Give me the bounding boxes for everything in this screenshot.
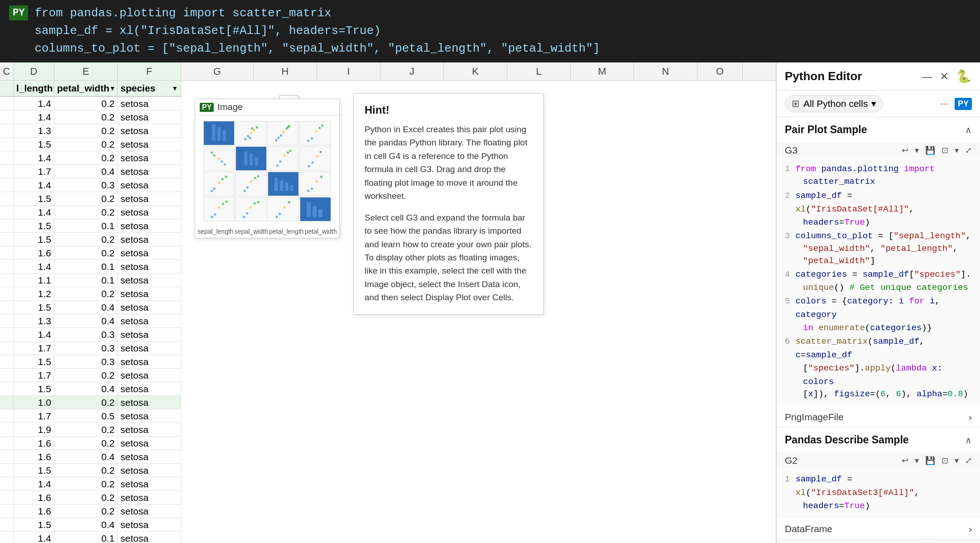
pair-plot-chevron[interactable]: ∧ bbox=[965, 125, 972, 135]
species-cell: setosa bbox=[118, 532, 181, 543]
dataframe-chevron-icon[interactable]: › bbox=[969, 524, 972, 534]
table-row: 1.50.3setosa bbox=[0, 355, 181, 369]
svg-rect-36 bbox=[255, 157, 258, 165]
petal-length-cell: 1.4 bbox=[14, 328, 54, 341]
species-cell: setosa bbox=[118, 491, 181, 504]
row-index bbox=[0, 532, 14, 543]
chevron-down-icon-3[interactable]: ▾ bbox=[915, 456, 919, 466]
table-row: 1.10.1setosa bbox=[0, 274, 181, 287]
scatter-cell-11 bbox=[235, 146, 267, 171]
pandas-describe-cell-ref-icons: ↩ ▾ 💾 ⊡ ▾ ⤢ bbox=[902, 456, 972, 466]
ellipsis-icon[interactable]: ··· bbox=[940, 98, 948, 110]
undo-icon-2[interactable]: ↩ bbox=[902, 456, 908, 466]
table-row: 1.70.5setosa bbox=[0, 409, 181, 423]
petal-length-cell: 1.7 bbox=[14, 369, 54, 382]
species-cell: setosa bbox=[118, 369, 181, 382]
petal-width-cell: 0.4 bbox=[54, 518, 118, 531]
svg-point-30 bbox=[218, 157, 220, 159]
pd-code-line-1b: headers=True) bbox=[785, 499, 972, 513]
code-line-2: 2 sample_df = xl("IrisDataSet[#All]", bbox=[785, 189, 972, 216]
editor-content[interactable]: Pair Plot Sample ∧ G3 ↩ ▾ 💾 ⊡ ▾ ⤢ bbox=[777, 117, 980, 543]
undo-icon[interactable]: ↩ bbox=[902, 145, 908, 155]
species-cell: setosa bbox=[118, 505, 181, 518]
svg-point-61 bbox=[307, 190, 309, 192]
code-line-1b: scatter_matrix bbox=[785, 175, 972, 188]
species-cell: setosa bbox=[118, 409, 181, 423]
row-index bbox=[0, 505, 14, 518]
save-icon-2[interactable]: 💾 bbox=[925, 456, 935, 466]
petal-length-cell: 1.7 bbox=[14, 165, 54, 178]
petal-width-cell: 0.2 bbox=[54, 151, 118, 164]
petal-width-cell: 0.2 bbox=[54, 477, 118, 490]
svg-point-47 bbox=[221, 178, 224, 180]
table-row: 1.40.1setosa bbox=[0, 532, 181, 543]
species-cell: setosa bbox=[118, 518, 181, 531]
filter-pill[interactable]: ⊞ All Python cells ▾ bbox=[785, 95, 883, 112]
petal-length-cell: 1.4 bbox=[14, 477, 54, 490]
species-cell: setosa bbox=[118, 111, 181, 124]
svg-rect-82 bbox=[318, 209, 322, 217]
code-line-1: 1 from pandas.plotting import bbox=[785, 162, 972, 176]
scatter-cell-30 bbox=[203, 197, 235, 221]
run-icon[interactable]: ⊡ bbox=[942, 145, 948, 155]
filter-label: All Python cells bbox=[803, 98, 868, 109]
table-row: 1.40.2setosa bbox=[0, 151, 181, 165]
svg-point-64 bbox=[320, 176, 322, 178]
svg-point-51 bbox=[257, 175, 259, 178]
spreadsheet: C D E F G H I J K L M N O l_length bbox=[0, 62, 776, 543]
col-N: N bbox=[634, 62, 697, 80]
filter-icon-species[interactable]: ▼ bbox=[172, 85, 178, 92]
svg-point-11 bbox=[250, 132, 252, 134]
chart-title-bar: PY Image bbox=[195, 99, 339, 115]
pandas-describe-title: Pandas Describe Sample bbox=[785, 434, 909, 446]
svg-point-73 bbox=[246, 212, 248, 215]
petal-width-cell: 0.2 bbox=[54, 246, 118, 259]
chevron-down-icon[interactable]: ▾ bbox=[915, 145, 919, 155]
png-image-file-row[interactable]: PngImageFile › bbox=[777, 407, 980, 427]
species-cell: setosa bbox=[118, 219, 181, 232]
table-row: 1.60.2setosa bbox=[0, 437, 181, 450]
chart-py-badge: PY bbox=[200, 103, 214, 112]
col-petal-width-header: petal_width ▼ bbox=[54, 81, 118, 96]
pair-plot-section-header[interactable]: Pair Plot Sample ∧ bbox=[777, 117, 980, 142]
pandas-describe-chevron[interactable]: ∧ bbox=[965, 435, 972, 446]
svg-point-46 bbox=[225, 176, 227, 178]
petal-width-cell: 0.5 bbox=[54, 409, 118, 423]
table-row: 1.40.2setosa bbox=[0, 111, 181, 124]
expand-icon-2[interactable]: ⤢ bbox=[965, 456, 972, 466]
table-row: 1.40.2setosa bbox=[0, 206, 181, 219]
svg-point-26 bbox=[318, 127, 321, 129]
code-line-3c: "petal_width"] bbox=[785, 254, 972, 268]
minimize-icon[interactable]: — bbox=[922, 70, 932, 83]
pair-plot-cell-ref-bar: G3 ↩ ▾ 💾 ⊡ ▾ ⤢ bbox=[777, 142, 980, 158]
scatter-matrix bbox=[202, 119, 333, 223]
chevron-down-icon-4[interactable]: ▾ bbox=[955, 456, 959, 466]
chevron-down-icon-2[interactable]: ▾ bbox=[955, 145, 959, 155]
filter-icon-petal-width[interactable]: ▼ bbox=[110, 85, 116, 92]
expand-icon[interactable]: ⤢ bbox=[965, 145, 972, 155]
dataframe-row[interactable]: DataFrame › bbox=[777, 519, 980, 539]
svg-point-78 bbox=[288, 201, 290, 203]
save-icon[interactable]: 💾 bbox=[925, 145, 935, 155]
column-headers: C D E F G H I J K L M N O bbox=[0, 62, 776, 81]
petal-length-cell: 1.5 bbox=[14, 382, 54, 395]
filter-funnel-icon: ⊞ bbox=[792, 98, 800, 109]
svg-point-44 bbox=[316, 155, 318, 157]
python-logo-icon: 🐍 bbox=[956, 69, 972, 84]
species-cell: setosa bbox=[118, 382, 181, 395]
table-row: 1.60.4setosa bbox=[0, 450, 181, 464]
pandas-describe-section-header[interactable]: Pandas Describe Sample ∧ bbox=[777, 428, 980, 452]
svg-point-52 bbox=[254, 177, 256, 179]
png-chevron-icon[interactable]: › bbox=[969, 412, 972, 423]
scatter-cell-13 bbox=[300, 146, 331, 171]
svg-point-17 bbox=[278, 137, 280, 139]
svg-point-41 bbox=[289, 150, 292, 152]
close-icon[interactable]: ✕ bbox=[940, 70, 949, 83]
petal-length-cell: 1.5 bbox=[14, 464, 54, 477]
col-O: O bbox=[697, 62, 743, 80]
table-row: 1.90.2setosa bbox=[0, 423, 181, 437]
row-index bbox=[0, 246, 14, 259]
pandas-describe-code: 1 sample_df = xl("IrisDataSet3[#All]", h… bbox=[777, 468, 980, 519]
run-icon-2[interactable]: ⊡ bbox=[942, 456, 948, 466]
svg-point-12 bbox=[253, 129, 255, 131]
